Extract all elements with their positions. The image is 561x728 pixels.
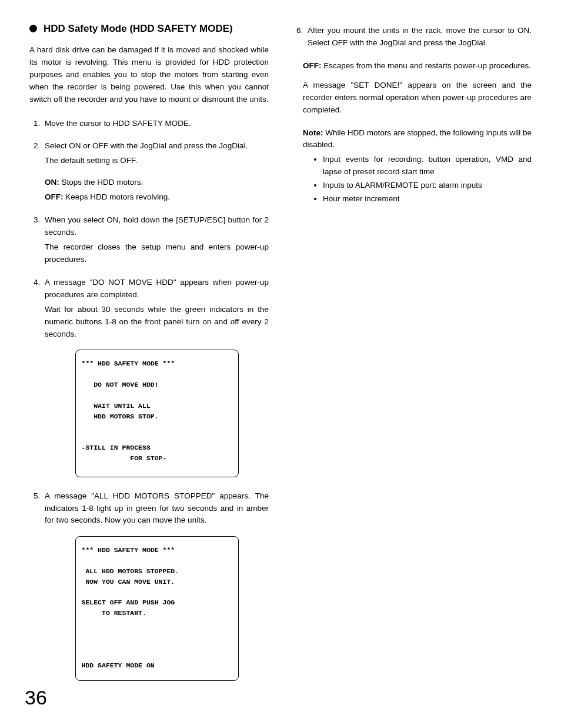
step-text: The default setting is OFF. [45, 155, 269, 167]
step-2: Select ON or OFF with the JogDial and pr… [42, 140, 269, 204]
on-label: ON: [45, 178, 59, 187]
note-label: Note: [303, 128, 323, 137]
off-text: Keeps HDD motors revolving. [64, 192, 171, 201]
step-list-right: After you mount the units in the rack, m… [292, 25, 532, 49]
left-column: HDD Safety Mode (HDD SAFETY MODE) A hard… [29, 22, 269, 694]
step-text: Wait for about 30 seconds while the gree… [45, 304, 269, 341]
page-content: HDD Safety Mode (HDD SAFETY MODE) A hard… [0, 0, 561, 694]
step-text: Select ON or OFF with the JogDial and pr… [45, 140, 269, 152]
step-1: Move the cursor to HDD SAFETY MODE. [42, 118, 269, 130]
step-5: A message "ALL HDD MOTORS STOPPED" appea… [42, 490, 269, 682]
on-line: ON: Stops the HDD motors. [45, 177, 269, 189]
section-heading: HDD Safety Mode (HDD SAFETY MODE) [29, 22, 269, 36]
on-off-block: ON: Stops the HDD motors. OFF: Keeps HDD… [45, 177, 269, 204]
off-label: OFF: [303, 61, 322, 70]
message-block: A message "SET DONE!" appears on the scr… [303, 79, 532, 117]
step-text: After you mount the units in the rack, m… [308, 25, 532, 49]
note-bullets: Input events for recording: button opera… [303, 154, 532, 205]
terminal-box-1: *** HDD SAFETY MODE *** DO NOT MOVE HDD!… [75, 350, 239, 477]
bullet-item: Input events for recording: button opera… [323, 154, 532, 178]
step-list: Move the cursor to HDD SAFETY MODE. Sele… [29, 118, 269, 682]
off-label: OFF: [45, 192, 64, 201]
page-number: 36 [25, 686, 47, 709]
bullet-item: Inputs to ALARM/REMOTE port: alarm input… [323, 179, 532, 192]
intro-paragraph: A hard disk drive can be damaged if it i… [29, 44, 269, 106]
step-text: The recorder closes the setup menu and e… [45, 241, 269, 266]
off-block: OFF: Escapes from the menu and restarts … [303, 60, 532, 72]
message-text: A message "SET DONE!" appears on the scr… [303, 79, 532, 117]
step-text: A message "ALL HDD MOTORS STOPPED" appea… [45, 490, 269, 527]
step-text: A message "DO NOT MOVE HDD" appears when… [45, 277, 269, 301]
step-4: A message "DO NOT MOVE HDD" appears when… [42, 277, 269, 477]
on-text: Stops the HDD motors. [59, 178, 143, 187]
note-text: While HDD motors are stopped, the follow… [303, 128, 532, 149]
step-3: When you select ON, hold down the [SETUP… [42, 214, 269, 266]
off-line: OFF: Keeps HDD motors revolving. [45, 191, 269, 204]
note-line: Note: While HDD motors are stopped, the … [303, 127, 532, 152]
bullet-item: Hour meter increment [323, 193, 532, 205]
off-text: Escapes from the menu and restarts power… [322, 61, 531, 70]
step-text: When you select ON, hold down the [SETUP… [45, 214, 269, 239]
note-block: Note: While HDD motors are stopped, the … [303, 127, 532, 206]
step-6: After you mount the units in the rack, m… [305, 25, 532, 49]
right-column: After you mount the units in the rack, m… [292, 22, 532, 694]
step-text: Move the cursor to HDD SAFETY MODE. [45, 119, 191, 128]
terminal-box-2: *** HDD SAFETY MODE *** ALL HDD MOTORS S… [75, 536, 239, 681]
